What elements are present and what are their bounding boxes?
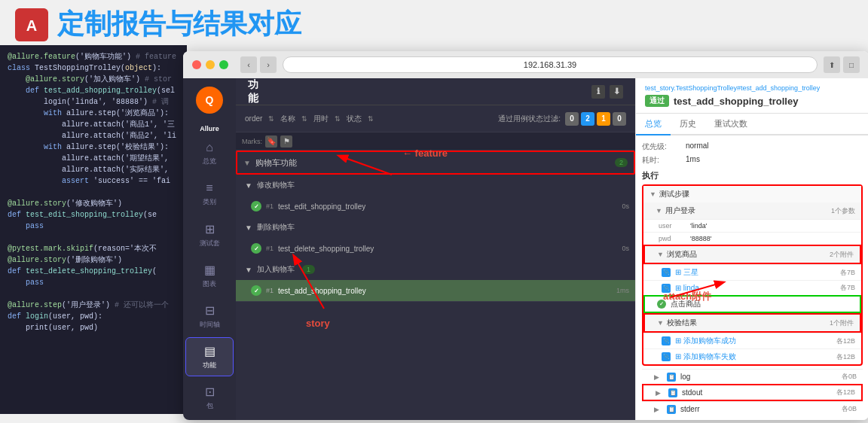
step-browse[interactable]: ▼ 浏览商品 2个附件 [643,245,861,264]
test-name-add: test_add_shopping_trolley [278,287,612,295]
detail-breadcrumb: test_story.TestShoppingTrolley#test_add_… [645,84,860,92]
packages-icon: ⊡ [205,385,215,399]
attach-name-samsung: ⊞ 三星 [675,267,836,278]
extra-stdout[interactable]: ▶ 📋 stdout 各12B [642,384,863,401]
extra-stderr-size: 各0B [842,404,857,414]
browser-actions: ⬆ □ [824,56,860,73]
sidebar-item-features[interactable]: ▤ 功能 [185,337,234,376]
feature-group-name: 购物车功能 [255,157,610,169]
attach-size-samsung: 各7B [840,268,855,278]
test-item-edit[interactable]: ✓ #1 test_edit_shopping_trolley 0s [236,196,635,217]
extra-log[interactable]: ▶ 📋 log 各0B [642,369,863,384]
share-icon[interactable]: ⬆ [824,56,840,73]
extra-stderr[interactable]: ▶ 📋 stderr 各0B [642,401,863,416]
sidebar-label-timeline: 时间轴 [200,320,220,330]
expand-icon: ▶ [654,373,659,381]
attach-icon-log: 📋 [667,373,676,382]
detail-panel: test_story.TestShoppingTrolley#test_add_… [635,78,868,420]
badge-0b[interactable]: 0 [613,112,626,126]
sidebar-item-overview[interactable]: ⌂ 总览 [185,134,234,173]
duration-value: 1ms [686,155,700,166]
tab-overview[interactable]: 总览 [636,114,671,135]
features-icon: ▤ [204,344,215,358]
mark-flag-icon[interactable]: ⚑ [280,135,292,148]
badge-0[interactable]: 0 [565,112,579,126]
attach-size-fail: 各12B [836,352,855,362]
code-panel: @allure.feature('购物车功能') # feature class… [0,45,187,414]
step-click[interactable]: ✓ 点击商品 [643,295,861,313]
steps-group-header[interactable]: ▼ 测试步骤 [643,186,861,202]
step-login-param-user: user 'linda' [643,219,861,232]
step-login[interactable]: ▼ 用户登录 1个参数 [643,202,861,219]
sidebar-item-categories[interactable]: ≡ 类别 [185,175,234,214]
step-verify-name: 校验结果 [667,318,827,328]
info-icon[interactable]: ℹ [591,85,605,99]
attach-icon-success: 📎 [662,336,671,345]
tab-retries[interactable]: 重试次数 [705,114,756,135]
feature-panel-header: 功 能 ℹ ⬇ [236,78,635,105]
close-button[interactable] [192,60,201,69]
subgroup-delete[interactable]: ▼ 删除购物车 [236,217,635,238]
feature-group-shopping: ▼ 购物车功能 2 ▼ 修改购物车 ✓ #1 test_edit_sho [236,151,635,302]
maximize-button[interactable] [219,60,228,69]
sidebar-item-timeline[interactable]: ⊟ 时间轴 [185,297,234,336]
step-login-chevron: ▼ [656,207,662,215]
allure-sidebar: Q Allure ⌂ 总览 ≡ 类别 ⊞ 测试套 [183,78,236,420]
allure-logo: Q [194,84,225,116]
step-verify-count: 1个附件 [830,318,854,328]
subgroup-edit[interactable]: ▼ 修改购物车 [236,175,635,196]
step-browse-chevron: ▼ [657,251,664,258]
subgroup-add[interactable]: ▼ 加入购物车 1 [236,259,635,280]
page-title: 定制报告与结果对应 [57,6,301,43]
graphs-icon: ▦ [204,263,215,277]
duration-label: 耗时: [642,155,680,166]
attach-linda[interactable]: 📎 ⊞ linda 各7B [643,280,861,295]
expand-stdout-icon: ▶ [656,389,661,397]
param-val-user: 'linda' [690,222,707,230]
tab-history[interactable]: 历史 [671,114,705,135]
sidebar-item-graphs[interactable]: ▦ 图表 [185,256,234,295]
step-verify[interactable]: ▼ 校验结果 1个附件 [643,313,861,333]
browser-nav: ‹ › [240,56,277,73]
minimize-button[interactable] [206,60,215,69]
feature-group-count: 2 [615,158,628,167]
test-item-delete[interactable]: ✓ #1 test_delete_shopping_trolley 0s [236,238,635,259]
bookmark-icon[interactable]: □ [843,56,860,73]
feature-group-header[interactable]: ▼ 购物车功能 2 [236,151,635,175]
step-click-icon: ✓ [657,300,666,309]
detail-content: 优先级: normal 耗时: 1ms 执行 ▼ 测试步骤 [636,135,868,420]
subgroup-chevron-add-icon: ▼ [245,266,252,274]
priority-value: normal [686,142,709,152]
attach-name-fail: ⊞ 添加购物车失败 [675,351,832,362]
attach-samsung[interactable]: 📎 ⊞ 三星 各7B [643,264,861,280]
sidebar-label-categories: 类别 [203,197,216,207]
forward-button[interactable]: › [260,56,277,73]
attach-add-fail[interactable]: 📎 ⊞ 添加购物车失败 各12B [643,348,861,364]
badge-2[interactable]: 2 [581,112,594,126]
test-item-add[interactable]: ✓ #1 test_add_shopping_trolley 1ms [236,280,635,301]
mark-bookmark-icon[interactable]: 🔖 [265,135,277,148]
test-number-add: #1 [266,287,274,294]
browser-content: Q Allure ⌂ 总览 ≡ 类别 ⊞ 测试套 [183,78,868,420]
sidebar-label-suites: 测试套 [200,239,220,248]
sidebar-item-packages[interactable]: ⊡ 包 [185,378,234,417]
param-key-user: user [659,222,681,230]
download-icon[interactable]: ⬇ [610,85,623,99]
subgroup-name-add: 加入购物车 [257,264,295,275]
badge-1[interactable]: 1 [597,112,610,126]
allure-logo-inner: Q [196,87,223,114]
sidebar-item-suites[interactable]: ⊞ 测试套 [185,215,234,254]
allure-main: 功 能 ℹ ⬇ order ⇅ 名称 ⇅ 用时 ⇅ 状态 ⇅ [236,78,635,420]
back-button[interactable]: ‹ [240,56,257,73]
extra-log-size: 各0B [842,372,857,382]
test-name-edit: test_edit_shopping_trolley [278,202,617,211]
feature-panel-title: 功 能 [248,78,258,105]
attach-add-success[interactable]: 📎 ⊞ 添加购物车成功 各12B [643,333,861,348]
url-bar[interactable]: 192.168.31.39 [283,56,818,73]
filter-badges: 0 2 1 0 [565,112,626,126]
attach-name-linda: ⊞ linda [675,284,836,292]
time-label: 用时 [313,114,329,124]
extra-log-name: log [680,373,837,381]
attach-size-success: 各12B [836,336,855,346]
test-number: #1 [266,202,274,210]
